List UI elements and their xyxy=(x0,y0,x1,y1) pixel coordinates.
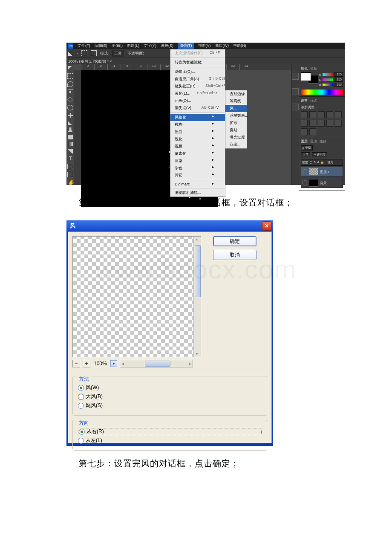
gradient-tool-icon[interactable] xyxy=(68,142,73,147)
menu-item-last-filter[interactable]: 上次滤镜操作(F)Ctrl+F xyxy=(170,49,225,57)
blend-mode[interactable]: 正常 xyxy=(301,152,310,157)
move-tool-icon[interactable] xyxy=(68,66,73,71)
visibility-icon[interactable] xyxy=(302,180,307,185)
hand-tool-icon[interactable]: ✋ xyxy=(68,180,73,185)
adj-colbal-icon[interactable] xyxy=(309,120,316,127)
menu-item-distort[interactable]: 扭曲 xyxy=(170,128,225,136)
adj-vibrance-icon[interactable] xyxy=(335,111,342,118)
menu-filter[interactable]: 滤镜(T) xyxy=(178,43,194,49)
tab-paths[interactable]: 路径 xyxy=(320,139,326,144)
menu-item-video[interactable]: 视频 xyxy=(170,143,225,150)
cancel-button[interactable]: 取消 xyxy=(213,250,257,260)
method-stagger-radio[interactable]: 飓风(S) xyxy=(78,402,262,409)
direction-left-radio[interactable]: 从左(L) xyxy=(78,437,262,444)
brush-tool-icon[interactable] xyxy=(68,120,73,125)
scroll-thumb[interactable] xyxy=(145,361,170,367)
brush-preset-icon[interactable] xyxy=(81,50,87,56)
heal-tool-icon[interactable] xyxy=(68,113,73,118)
submenu-wind[interactable]: 风... xyxy=(225,105,247,112)
titlebar[interactable]: 风 ✕ xyxy=(66,220,273,231)
menu-item-liquify[interactable]: 液化(L)...Shift+Ctrl+X xyxy=(170,90,225,97)
menu-item-sharpen[interactable]: 锐化 xyxy=(170,136,225,143)
type-tool-icon[interactable]: T xyxy=(68,156,73,161)
pen-tool-icon[interactable] xyxy=(68,149,73,153)
path-select-tool-icon[interactable] xyxy=(67,164,73,169)
menu-type[interactable]: 文字(Y) xyxy=(144,43,156,49)
tab-color[interactable]: 颜色 xyxy=(301,66,308,71)
menu-item-other[interactable]: 其它 xyxy=(170,172,225,179)
tab-styles[interactable]: 样式 xyxy=(310,98,317,103)
menu-item-stylize[interactable]: 风格化 xyxy=(170,114,225,121)
menu-layer[interactable]: 图层(L) xyxy=(127,43,139,49)
direction-right-radio[interactable]: 从右(R) xyxy=(78,428,262,435)
preview-hscrollbar[interactable] xyxy=(120,360,193,367)
menu-item-vanishing-point[interactable]: 消失点(V)...Alt+Ctrl+V xyxy=(170,104,225,112)
history-panel-icon[interactable] xyxy=(292,73,299,80)
clone-stamp-tool-icon[interactable] xyxy=(68,127,73,132)
ok-button[interactable]: 确定 xyxy=(213,236,257,246)
menu-item-noise[interactable]: 杂色 xyxy=(170,165,225,172)
g-slider[interactable] xyxy=(323,78,333,81)
scroll-thumb[interactable] xyxy=(195,245,201,297)
menu-item-lens-correct[interactable]: 镜头校正(R)...Shift+Ctrl+R xyxy=(170,83,225,90)
menu-file[interactable]: 文件(F) xyxy=(78,43,90,49)
zoom-out-button[interactable]: − xyxy=(72,360,80,367)
adj-curves-icon[interactable] xyxy=(318,111,325,118)
tab-layers[interactable]: 图层 xyxy=(301,139,308,144)
adj-photo-filter-icon[interactable] xyxy=(326,120,333,127)
submenu-diffuse[interactable]: 扩散... xyxy=(225,119,247,127)
r-value[interactable]: 255 xyxy=(334,72,343,77)
submenu-tiles[interactable]: 拼贴... xyxy=(225,127,247,134)
tab-swatches[interactable]: 色板 xyxy=(310,66,317,71)
adj-invert-icon[interactable] xyxy=(309,128,316,135)
menu-select[interactable]: 选择(S) xyxy=(161,43,173,49)
menu-view[interactable]: 视图(V) xyxy=(198,43,211,49)
layer-name[interactable]: 背景 xyxy=(320,181,327,185)
adj-levels-icon[interactable] xyxy=(309,111,316,118)
preview-area[interactable] xyxy=(72,236,201,357)
b-value[interactable]: 255 xyxy=(334,83,343,87)
tab-adjust[interactable]: 调整 xyxy=(301,98,308,103)
adj-brightness-icon[interactable] xyxy=(301,111,308,118)
layer-row[interactable]: 背景 xyxy=(301,178,343,188)
b-slider[interactable] xyxy=(323,84,333,86)
method-wind-radio[interactable]: 风(W) xyxy=(78,384,262,391)
menu-item-render[interactable]: 渲染 xyxy=(170,157,225,165)
layer-thumb[interactable] xyxy=(309,179,318,187)
submenu-contour[interactable]: 等高线... xyxy=(225,98,247,105)
r-slider[interactable] xyxy=(323,73,333,76)
shape-tool-icon[interactable] xyxy=(67,172,73,177)
layer-thumb[interactable] xyxy=(309,168,318,176)
eyedropper-tool-icon[interactable] xyxy=(67,105,73,110)
menu-window[interactable]: 窗口(W) xyxy=(215,43,229,49)
crop-tool-icon[interactable] xyxy=(67,97,73,102)
menu-item-browse-online[interactable]: 浏览联机滤镜... xyxy=(170,189,225,197)
tab-channels[interactable]: 通道 xyxy=(310,139,317,144)
marquee-tool-icon[interactable] xyxy=(67,73,73,79)
g-value[interactable]: 255 xyxy=(334,78,343,82)
adj-chmix-icon[interactable] xyxy=(335,120,342,127)
layer-name[interactable]: 图层 1 xyxy=(320,170,330,174)
submenu-find-edges[interactable]: 查找边缘 xyxy=(225,90,247,98)
menu-item-blur[interactable]: 模糊 xyxy=(170,121,225,128)
paragraph-panel-icon[interactable] xyxy=(292,104,299,110)
menu-help[interactable]: 帮助(H) xyxy=(233,43,246,49)
adj-hue-icon[interactable] xyxy=(301,120,308,127)
method-blast-radio[interactable]: 大风(B) xyxy=(78,393,262,400)
menu-item-adaptive-wide[interactable]: 自适应广角(A)...Shift+Ctrl+A xyxy=(170,75,225,83)
spectrum-bar[interactable] xyxy=(301,90,343,95)
blend-mode-select[interactable]: 正常 xyxy=(112,50,124,57)
adj-lookup-icon[interactable] xyxy=(301,128,308,135)
menu-item-smart-filter[interactable]: 转换为智能滤镜 xyxy=(170,59,225,66)
close-button[interactable]: ✕ xyxy=(262,221,271,231)
menu-item-pixelate[interactable]: 像素化 xyxy=(170,150,225,157)
layer-row[interactable]: 图层 1 xyxy=(301,167,343,177)
lasso-tool-icon[interactable] xyxy=(67,81,73,87)
submenu-emboss[interactable]: 浮雕效果... xyxy=(225,112,247,119)
adj-bw-icon[interactable] xyxy=(318,120,325,127)
filter-kind[interactable]: p 类型 xyxy=(301,145,313,150)
menu-image[interactable]: 图像(I) xyxy=(112,43,123,49)
toggle-panel-icon[interactable] xyxy=(91,50,97,56)
submenu-extrude[interactable]: 凸出... xyxy=(225,141,247,148)
magic-wand-tool-icon[interactable] xyxy=(68,90,73,95)
